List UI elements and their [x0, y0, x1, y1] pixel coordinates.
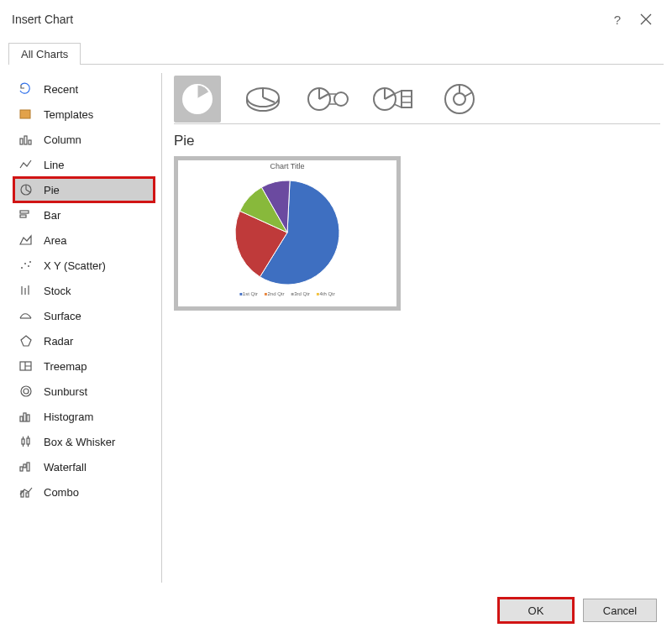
svg-point-9: [28, 265, 29, 267]
sidebar-item-scatter[interactable]: X Y (Scatter): [13, 253, 155, 278]
sidebar-item-bar[interactable]: Bar: [13, 202, 155, 228]
sidebar-item-treemap[interactable]: Treemap: [13, 353, 155, 379]
sidebar-item-label: Radar: [44, 335, 73, 348]
insert-chart-dialog: Insert Chart ? All Charts RecentTemplate…: [0, 0, 672, 633]
subtype-row: [174, 73, 660, 123]
svg-rect-3: [29, 140, 31, 144]
sidebar-item-label: Combo: [44, 486, 79, 499]
sidebar-item-sunburst[interactable]: Sunburst: [13, 379, 155, 404]
pie-icon: [179, 81, 216, 118]
surface-icon: [17, 309, 35, 322]
svg-point-8: [24, 263, 26, 264]
sidebar-item-label: Area: [44, 234, 66, 247]
svg-rect-17: [22, 439, 24, 444]
sidebar-item-radar[interactable]: Radar: [13, 328, 155, 353]
subtype-bar-of-pie[interactable]: [370, 76, 417, 123]
templates-icon: [17, 107, 35, 121]
svg-rect-18: [27, 438, 29, 444]
chart-preview[interactable]: Chart Title 1st Qtr 2nd Qtr 3rd Qtr 4th …: [174, 156, 401, 311]
stock-icon: [17, 284, 35, 297]
sidebar-item-label: Waterfall: [44, 461, 87, 473]
svg-rect-14: [20, 416, 23, 421]
sidebar-item-label: Stock: [44, 285, 71, 297]
ok-button[interactable]: OK: [499, 599, 573, 622]
sidebar-item-label: Templates: [44, 108, 93, 121]
sidebar-item-stock[interactable]: Stock: [13, 278, 155, 303]
dialog-title: Insert Chart: [12, 13, 73, 26]
svg-rect-21: [27, 463, 29, 471]
waterfall-icon: [17, 460, 35, 473]
subtype-pie-3d[interactable]: [239, 76, 286, 123]
sidebar-item-label: Pie: [44, 184, 60, 196]
sidebar-item-label: Treemap: [44, 360, 87, 373]
pie-3d-icon: [244, 82, 282, 116]
sidebar-item-column[interactable]: Column: [13, 127, 155, 152]
column-icon: [17, 133, 35, 146]
subtype-pie[interactable]: [174, 76, 221, 123]
svg-rect-5: [20, 211, 29, 213]
svg-point-12: [21, 386, 31, 396]
sidebar-item-surface[interactable]: Surface: [13, 303, 155, 328]
histogram-icon: [17, 410, 35, 423]
pie-of-pie-icon: [306, 82, 351, 116]
bar-of-pie-icon: [371, 82, 417, 116]
svg-rect-19: [20, 467, 23, 471]
bar-icon: [17, 208, 35, 222]
tab-all-charts[interactable]: All Charts: [8, 43, 81, 65]
subtype-pie-of-pie[interactable]: [305, 76, 352, 123]
sunburst-icon: [17, 385, 35, 398]
sidebar-item-label: Recent: [44, 83, 78, 96]
box-icon: [17, 435, 35, 448]
svg-point-13: [24, 389, 29, 394]
sidebar-item-area[interactable]: Area: [13, 228, 155, 253]
svg-rect-29: [402, 91, 412, 107]
chart-preview-legend: 1st Qtr 2nd Qtr 3rd Qtr 4th Qtr: [239, 291, 335, 296]
svg-rect-23: [26, 493, 29, 497]
dialog-footer: OK Cancel: [0, 588, 672, 633]
main-pane: Pie Chart Title 1st Qtr 2nd Qtr 3rd Qtr …: [174, 73, 660, 583]
doughnut-icon: [441, 81, 478, 118]
svg-point-27: [334, 92, 348, 106]
sidebar-item-waterfall[interactable]: Waterfall: [13, 454, 155, 479]
tabs: All Charts: [8, 42, 664, 65]
sidebar: RecentTemplatesColumnLinePieBarAreaX Y (…: [13, 73, 155, 583]
help-button[interactable]: ?: [603, 8, 632, 31]
area-icon: [17, 233, 35, 247]
sidebar-item-label: Line: [44, 159, 65, 171]
svg-point-31: [454, 93, 465, 105]
svg-point-7: [21, 267, 23, 269]
svg-rect-15: [24, 413, 26, 421]
chart-preview-pie: [228, 172, 346, 290]
sidebar-item-box[interactable]: Box & Whisker: [13, 429, 155, 454]
line-icon: [17, 158, 35, 171]
sidebar-item-label: Bar: [44, 209, 60, 222]
sidebar-item-label: Histogram: [44, 411, 93, 423]
sidebar-item-line[interactable]: Line: [13, 152, 155, 177]
sidebar-item-templates[interactable]: Templates: [13, 102, 155, 127]
cancel-button[interactable]: Cancel: [583, 599, 657, 622]
selected-subtype-label: Pie: [174, 133, 660, 149]
svg-rect-6: [20, 215, 26, 217]
svg-rect-2: [24, 136, 27, 144]
svg-point-10: [29, 261, 31, 263]
sidebar-item-pie[interactable]: Pie: [13, 177, 155, 202]
sidebar-item-label: X Y (Scatter): [44, 259, 106, 272]
sidebar-item-label: Surface: [44, 310, 81, 322]
svg-rect-1: [20, 139, 23, 144]
sidebar-item-combo[interactable]: Combo: [13, 479, 155, 505]
sidebar-item-label: Column: [44, 133, 81, 146]
chart-preview-title: Chart Title: [270, 162, 304, 170]
sidebar-item-label: Box & Whisker: [44, 436, 115, 448]
divider: [161, 73, 162, 583]
combo-icon: [17, 485, 35, 499]
svg-rect-16: [27, 415, 29, 421]
recent-icon: [17, 82, 35, 96]
subtype-doughnut[interactable]: [436, 76, 483, 123]
scatter-icon: [17, 259, 35, 272]
svg-rect-0: [20, 110, 30, 118]
close-button[interactable]: [632, 8, 660, 31]
radar-icon: [17, 334, 35, 348]
sidebar-item-histogram[interactable]: Histogram: [13, 404, 155, 429]
sidebar-item-recent[interactable]: Recent: [13, 76, 155, 102]
pie-icon: [17, 183, 35, 196]
